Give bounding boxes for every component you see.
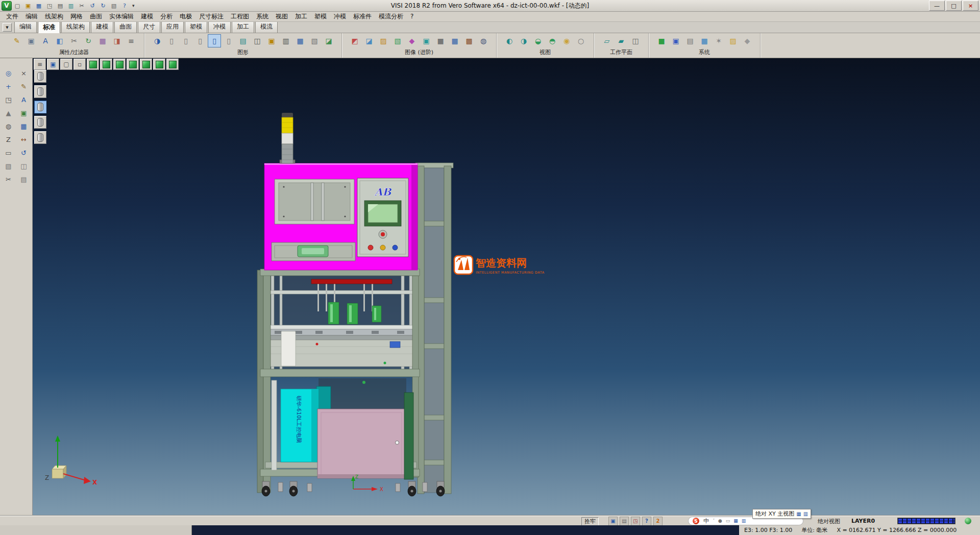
menu-item[interactable]: 尺寸标注 <box>195 12 227 21</box>
ribbon-icon[interactable]: ▨ <box>726 34 740 47</box>
toolbar-tab[interactable]: 模流 <box>255 21 278 33</box>
ribbon-icon[interactable]: ◨ <box>110 34 124 47</box>
quickbar-icon[interactable]: ▣ <box>23 1 33 11</box>
ribbon-icon[interactable]: ▧ <box>308 34 321 47</box>
tray-status-icon[interactable] <box>965 518 971 524</box>
left-toolbar-icon[interactable]: ◎ <box>2 67 15 80</box>
ribbon-icon[interactable]: ▣ <box>24 34 38 47</box>
menu-item[interactable]: 模流分析 <box>375 12 407 21</box>
view-button[interactable]: ▣ <box>47 59 59 70</box>
ribbon-icon[interactable]: ◫ <box>629 34 642 47</box>
left-toolbar-icon[interactable]: ▦ <box>17 120 31 133</box>
status-icon[interactable]: 2 <box>653 517 663 526</box>
ribbon-icon[interactable]: ▣ <box>420 34 433 47</box>
quickbar-icon[interactable]: ? <box>119 1 130 11</box>
quickbar-icon[interactable]: ↻ <box>98 1 108 11</box>
toolbar-tab[interactable]: 曲面 <box>114 21 137 33</box>
command-prompt-field[interactable] <box>0 525 192 535</box>
menu-item[interactable]: 建模 <box>137 12 157 21</box>
filter-toggle-button[interactable] <box>34 101 46 113</box>
quickbar-icon[interactable]: ▦ <box>34 1 44 11</box>
left-toolbar-icon[interactable]: ↔ <box>17 133 31 146</box>
ime-mode-toggle[interactable]: 中 <box>703 517 709 525</box>
ribbon-icon[interactable]: ↻ <box>82 34 95 47</box>
maximize-button[interactable]: □ <box>946 1 962 11</box>
ribbon-icon[interactable]: ▥ <box>279 34 292 47</box>
left-toolbar-icon[interactable]: A <box>17 93 31 106</box>
viewport[interactable]: 研华-610L工控电脑 <box>33 58 980 516</box>
current-layer-label[interactable]: LAYER0 <box>851 518 875 524</box>
ribbon-icon[interactable]: A <box>39 34 52 47</box>
left-toolbar-icon[interactable]: ↺ <box>17 147 31 159</box>
menu-item[interactable]: ? <box>407 12 417 20</box>
left-toolbar-icon[interactable]: × <box>17 67 31 80</box>
view-button[interactable] <box>87 59 99 70</box>
left-toolbar-icon[interactable]: ▲ <box>2 107 15 119</box>
menu-item[interactable]: 塑模 <box>311 12 330 21</box>
ime-icon[interactable]: ● <box>718 519 722 523</box>
ribbon-icon[interactable]: ▦ <box>698 34 711 47</box>
toolbar-tab[interactable]: 冲模 <box>208 21 231 33</box>
toolbar-tab[interactable]: 线架构 <box>61 21 90 33</box>
status-icon[interactable]: ▤ <box>620 517 629 526</box>
left-toolbar-icon[interactable]: ▣ <box>17 107 31 119</box>
ribbon-icon[interactable]: ◑ <box>151 34 164 47</box>
menu-item[interactable]: 实体编辑 <box>106 12 137 21</box>
popup-grid-icon[interactable]: ▥ <box>803 511 808 517</box>
view-button[interactable] <box>127 59 139 70</box>
ribbon-icon[interactable]: ○ <box>574 34 587 47</box>
ribbon-icon[interactable]: ✶ <box>712 34 725 47</box>
ribbon-icon[interactable]: ✂ <box>67 34 81 47</box>
left-toolbar-icon[interactable]: ✂ <box>2 173 15 186</box>
quickbar-icon[interactable]: ↺ <box>87 1 97 11</box>
ribbon-icon[interactable]: ◪ <box>362 34 376 47</box>
ribbon-icon[interactable]: ▣ <box>265 34 278 47</box>
ribbon-icon[interactable]: ■ <box>655 34 668 47</box>
ribbon-icon[interactable]: ▤ <box>236 34 250 47</box>
left-toolbar-icon[interactable]: ◳ <box>2 93 15 106</box>
ribbon-icon[interactable]: ▩ <box>462 34 476 47</box>
quickbar-icon[interactable]: ▤ <box>55 1 65 11</box>
view-button[interactable] <box>100 59 112 70</box>
tabbar-dropdown-icon[interactable]: ▼ <box>3 23 12 32</box>
ribbon-icon[interactable]: ▯ <box>179 34 192 47</box>
viewport-3d[interactable]: 研华-610L工控电脑 <box>33 58 980 516</box>
menu-item[interactable]: 加工 <box>291 12 311 21</box>
quickbar-icon[interactable]: ▥ <box>66 1 76 11</box>
snap-toggle[interactable]: 拴牢 <box>581 517 599 526</box>
ribbon-icon[interactable]: ▯ <box>222 34 235 47</box>
close-button[interactable]: × <box>963 1 978 11</box>
toolbar-tab[interactable]: 编辑 <box>14 21 37 33</box>
view-button[interactable] <box>153 59 165 70</box>
ribbon-icon[interactable]: ◫ <box>251 34 264 47</box>
left-toolbar-icon[interactable]: Z <box>2 133 15 146</box>
left-toolbar-icon[interactable]: ▧ <box>2 160 15 173</box>
status-icon[interactable]: ▣ <box>608 517 618 526</box>
quickbar-icon[interactable]: ✂ <box>77 1 87 11</box>
left-toolbar-icon[interactable]: ▤ <box>17 173 31 186</box>
ribbon-icon[interactable]: ▣ <box>669 34 682 47</box>
view-button[interactable]: ≡ <box>34 59 46 70</box>
ribbon-icon[interactable]: ▯ <box>193 34 207 47</box>
left-toolbar-icon[interactable]: ◫ <box>17 160 31 173</box>
ime-icon[interactable]: ▭ <box>726 519 730 523</box>
left-toolbar-icon[interactable]: ◍ <box>2 120 15 133</box>
toolbar-tab[interactable]: 加工 <box>232 21 254 33</box>
view-button[interactable]: ▢ <box>60 59 72 70</box>
minimize-button[interactable]: — <box>929 1 945 11</box>
left-toolbar-icon[interactable]: + <box>2 80 15 93</box>
popup-grid-icon[interactable]: ▦ <box>796 511 801 517</box>
toolbar-tab[interactable]: 应用 <box>161 21 184 33</box>
menu-item[interactable]: 网格 <box>67 12 86 21</box>
ribbon-icon[interactable]: ◑ <box>517 34 530 47</box>
view-button[interactable] <box>113 59 126 70</box>
ribbon-icon[interactable]: ▱ <box>600 34 614 47</box>
filter-toggle-button[interactable] <box>34 70 46 83</box>
ribbon-icon[interactable]: ◆ <box>741 34 754 47</box>
ribbon-icon[interactable]: ■ <box>434 34 447 47</box>
menu-item[interactable]: 文件 <box>3 12 22 21</box>
menu-item[interactable]: 视图 <box>272 12 291 21</box>
ribbon-icon[interactable]: ▧ <box>391 34 404 47</box>
menu-item[interactable]: 系统 <box>253 12 272 21</box>
ribbon-icon[interactable]: ◪ <box>322 34 335 47</box>
